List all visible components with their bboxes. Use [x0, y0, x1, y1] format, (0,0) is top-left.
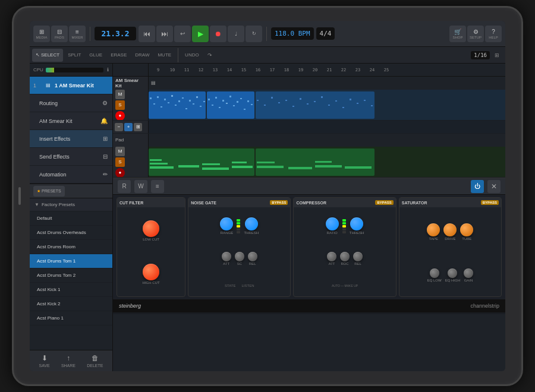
- delete-lane-btn[interactable]: −: [115, 123, 123, 131]
- select-tool[interactable]: ↖ SELECT: [32, 49, 63, 62]
- rewind-button[interactable]: ⏮: [139, 26, 155, 42]
- save-button[interactable]: ⬇ SAVE: [39, 354, 50, 368]
- track2-mute-btn[interactable]: M: [115, 147, 125, 156]
- mixer-button[interactable]: ≡ MIXER: [69, 26, 86, 42]
- tablet-side-button[interactable]: [18, 187, 21, 205]
- comp-att-knob[interactable]: [327, 252, 336, 261]
- preset-item-1[interactable]: Acst Drums Overheads: [30, 226, 112, 240]
- duplic-lane-btn[interactable]: ⊞: [134, 123, 142, 131]
- sat-tube-knob[interactable]: [460, 223, 473, 236]
- midi-block-1b[interactable]: [207, 91, 254, 119]
- preset-item-6[interactable]: Acst Kick 2: [30, 297, 112, 311]
- undo-transport-button[interactable]: ↩: [174, 26, 191, 42]
- track2-solo-btn[interactable]: S: [115, 157, 125, 167]
- svg-rect-9: [182, 97, 184, 99]
- grid-button[interactable]: ⊞: [491, 49, 503, 62]
- sat-eqhigh-knob[interactable]: [448, 268, 457, 278]
- track2-header-row: Pad: [113, 134, 505, 147]
- midi-block-1c[interactable]: [256, 91, 374, 119]
- preset-item-7[interactable]: Acst Piano 1: [30, 311, 112, 325]
- track1-solo-btn[interactable]: S: [115, 100, 125, 110]
- ng-thresh-knob[interactable]: [245, 217, 258, 230]
- preset-item-3[interactable]: Acst Drums Tom 1: [30, 254, 112, 268]
- metronome-button[interactable]: ♩: [228, 26, 244, 42]
- high-cut-knob[interactable]: [143, 264, 159, 280]
- comp-ratio-knob[interactable]: [326, 217, 339, 230]
- fast-forward-button[interactable]: ⏭: [156, 26, 173, 42]
- draw-tool[interactable]: DRAW: [131, 49, 153, 62]
- tracks-area: 9 10 11 12 13 14 15 16 17 18 19 20 21 22: [113, 64, 505, 371]
- send-effects-item[interactable]: Send Effects ⊟: [30, 148, 112, 166]
- play-button[interactable]: ▶: [192, 26, 209, 42]
- noise-gate-bypass[interactable]: BYPASS: [270, 200, 288, 205]
- media-button[interactable]: ⊞ MEDIA: [33, 26, 50, 42]
- saturator-knobs: TAPE DRIVE TUBE: [399, 207, 501, 296]
- setup-button[interactable]: ⚙ SETUP: [467, 26, 484, 42]
- comp-thresh-label: THRESH: [350, 231, 364, 235]
- ng-rel-knob[interactable]: [248, 252, 257, 261]
- midi-block-2a[interactable]: [149, 148, 254, 176]
- plugin-active-btn[interactable]: ⏻: [471, 180, 484, 193]
- loop-button[interactable]: ↻: [246, 26, 262, 42]
- insert-effects-item[interactable]: Insert Effects ⊞: [30, 130, 112, 148]
- share-button[interactable]: ↑ SHARE: [61, 354, 75, 368]
- routing-item[interactable]: Routing ⚙: [30, 94, 112, 112]
- track-item-1[interactable]: 1 ▤ 1 AM Smear Kit: [30, 77, 112, 94]
- channelstrip-main: CUT FILTER LOW CUT HIGH CUT: [113, 195, 505, 299]
- comp-rel-knob[interactable]: [353, 252, 363, 261]
- midi-block-1a[interactable]: [149, 91, 206, 119]
- timeline-num-12: 12: [194, 68, 208, 72]
- help-button[interactable]: ? HELP: [485, 26, 502, 42]
- low-cut-knob[interactable]: [143, 220, 159, 237]
- ng-sc-knob[interactable]: [235, 252, 244, 261]
- shop-button[interactable]: 🛒 SHOP: [449, 26, 466, 42]
- redo-button[interactable]: ↷: [204, 49, 216, 62]
- erase-tool[interactable]: ERASE: [107, 49, 130, 62]
- midi-block-2b[interactable]: [256, 148, 374, 176]
- track1-mute-btn[interactable]: M: [115, 90, 125, 99]
- position-display[interactable]: 21.3.2: [95, 27, 136, 40]
- bpm-display[interactable]: 118.0 BPM: [271, 27, 314, 40]
- comp-thresh-knob[interactable]: [350, 217, 363, 230]
- preset-item-5[interactable]: Acst Kick 1: [30, 283, 112, 297]
- track1-rec-btn[interactable]: ●: [115, 111, 125, 121]
- plugin-equalizer-btn[interactable]: ≡: [151, 180, 164, 193]
- plugin-close-btn[interactable]: ✕: [487, 180, 501, 193]
- track1-content[interactable]: [149, 90, 505, 120]
- ng-att-knob[interactable]: [222, 252, 231, 261]
- time-sig-display[interactable]: 4/4: [316, 27, 335, 40]
- delete-button[interactable]: 🗑 DELETE: [87, 354, 103, 368]
- pads-button[interactable]: ⊟ PADS: [51, 26, 68, 42]
- glue-tool[interactable]: GLUE: [86, 49, 106, 62]
- record-button[interactable]: ⏺: [210, 26, 226, 42]
- add-lane-btn[interactable]: +: [124, 123, 133, 131]
- track-lane-1: M S ●: [113, 90, 505, 121]
- timeline-num-16: 16: [251, 68, 265, 72]
- presets-tab[interactable]: ★ PRESETS: [33, 186, 65, 197]
- sat-eqlow-knob[interactable]: [430, 268, 439, 278]
- steinberg-logo: steinberg: [119, 303, 141, 309]
- split-tool[interactable]: SPLIT: [64, 49, 84, 62]
- quantize-display[interactable]: 1/16: [471, 51, 490, 59]
- mute-tool[interactable]: MUTE: [154, 49, 175, 62]
- plugin-write-btn[interactable]: W: [134, 180, 147, 193]
- sat-gain-knob[interactable]: [464, 268, 473, 278]
- sat-tape-knob[interactable]: [427, 223, 440, 236]
- preset-item-0[interactable]: Default: [30, 211, 112, 226]
- channelstrip-footer: steinberg channelstrip: [113, 299, 505, 312]
- toolbar-separator-2: [266, 27, 267, 41]
- preset-item-2[interactable]: Acst Drums Room: [30, 240, 112, 254]
- compressor-bypass[interactable]: BYPASS: [375, 200, 393, 205]
- track2-rec-btn[interactable]: ●: [115, 168, 125, 178]
- am-smear-kit-item[interactable]: AM Smear Kit 🔔: [30, 112, 112, 130]
- track2-content[interactable]: [149, 147, 505, 177]
- preset-item-4[interactable]: Acst Drums Tom 2: [30, 268, 112, 283]
- ng-range-knob[interactable]: [220, 217, 233, 230]
- cut-filter-label: CUT FILTER: [119, 201, 143, 205]
- undo-button[interactable]: UNDO: [181, 49, 203, 62]
- sat-drive-knob[interactable]: [443, 223, 457, 236]
- comp-rdc-knob[interactable]: [340, 252, 350, 261]
- plugin-r-btn[interactable]: R: [118, 180, 131, 193]
- saturator-bypass[interactable]: BYPASS: [481, 200, 499, 205]
- automation-item[interactable]: Automation ✏: [30, 166, 112, 184]
